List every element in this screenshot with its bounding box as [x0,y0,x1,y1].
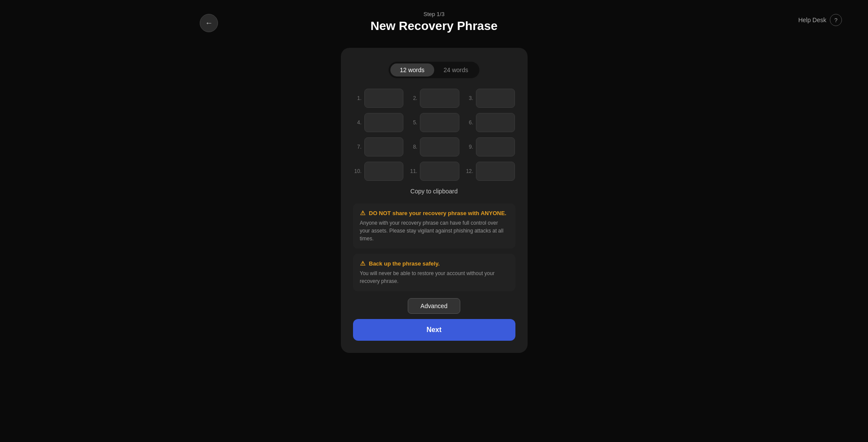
word-grid: 1.2.3.4.5.6.7.8.9.10.11.12. [353,89,515,181]
word-number-4: 4. [353,120,362,126]
word-count-toggle: 12 words 24 words [389,62,480,78]
word-cell: 7. [353,137,404,156]
warning-box-2: ⚠Back up the phrase safely.You will neve… [353,254,515,291]
copy-clipboard-button[interactable]: Copy to clipboard [353,188,515,195]
word-number-3: 3. [465,95,473,101]
word-cell: 10. [353,162,404,181]
word-number-6: 6. [465,120,473,126]
word-number-9: 9. [465,144,473,150]
word-cell: 8. [409,137,459,156]
recovery-phrase-modal: 12 words 24 words 1.2.3.4.5.6.7.8.9.10.1… [341,48,528,353]
help-desk-label: Help Desk [798,17,826,23]
word-box-2[interactable] [420,89,459,108]
word-cell: 4. [353,113,404,132]
word-cell: 11. [409,162,459,181]
word-number-2: 2. [409,95,417,101]
warning-title-1: ⚠DO NOT share your recovery phrase with … [360,209,508,216]
word-box-10[interactable] [364,162,404,181]
word-box-1[interactable] [364,89,404,108]
advanced-button[interactable]: Advanced [408,298,460,314]
word-number-8: 8. [409,144,417,150]
header-center: Step 1/3 New Recovery Phrase [370,11,498,33]
word-cell: 3. [465,89,515,108]
warning-box-1: ⚠DO NOT share your recovery phrase with … [353,203,515,249]
warning-title-text-1: DO NOT share your recovery phrase with A… [369,210,507,216]
warning-icon-1: ⚠ [360,209,366,216]
word-box-11[interactable] [420,162,459,181]
warning-title-text-2: Back up the phrase safely. [369,260,440,267]
word-box-9[interactable] [476,137,515,156]
word-number-1: 1. [353,95,362,101]
word-number-5: 5. [409,120,417,126]
word-box-7[interactable] [364,137,404,156]
warning-title-2: ⚠Back up the phrase safely. [360,260,508,267]
word-box-6[interactable] [476,113,515,132]
help-icon: ? [830,14,842,26]
word-cell: 9. [465,137,515,156]
toggle-24-words[interactable]: 24 words [434,63,478,76]
word-cell: 12. [465,162,515,181]
word-cell: 6. [465,113,515,132]
help-desk-button[interactable]: Help Desk ? [798,14,842,26]
page-title: New Recovery Phrase [370,19,498,33]
warning-text-2: You will never be able to restore your a… [360,269,508,285]
word-number-11: 11. [409,168,417,174]
word-box-12[interactable] [476,162,515,181]
next-button[interactable]: Next [353,319,515,341]
word-box-8[interactable] [420,137,459,156]
warning-text-1: Anyone with your recovery phrase can hav… [360,219,508,243]
word-number-10: 10. [353,168,362,174]
word-box-4[interactable] [364,113,404,132]
word-cell: 2. [409,89,459,108]
word-number-12: 12. [465,168,473,174]
word-cell: 5. [409,113,459,132]
word-box-3[interactable] [476,89,515,108]
warning-icon-2: ⚠ [360,260,366,267]
toggle-12-words[interactable]: 12 words [390,63,434,76]
word-cell: 1. [353,89,404,108]
word-box-5[interactable] [420,113,459,132]
step-label: Step 1/3 [370,11,498,17]
word-number-7: 7. [353,144,362,150]
warnings-container: ⚠DO NOT share your recovery phrase with … [353,203,515,291]
